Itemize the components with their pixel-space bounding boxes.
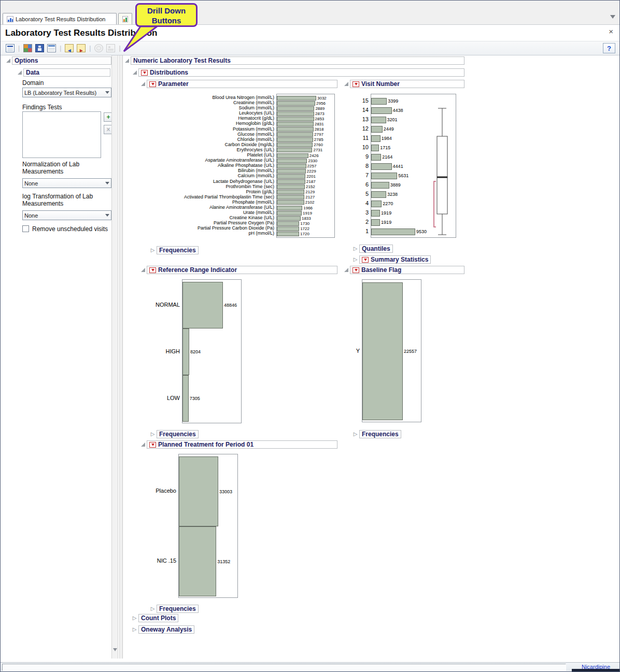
remove-visits-checkbox[interactable] [22, 225, 29, 232]
panel-splitter[interactable] [119, 55, 123, 659]
disclosure-triangle[interactable]: ▷ [149, 432, 156, 437]
red-triangle-menu[interactable] [362, 257, 369, 263]
outline-reference-range-indicator: Reference Range Indicator [139, 266, 337, 274]
histogram-bar[interactable] [371, 163, 392, 170]
histogram-bar[interactable] [277, 153, 308, 158]
histogram-bar[interactable] [277, 164, 306, 168]
disclosure-triangle[interactable] [139, 82, 146, 86]
histogram-bar[interactable] [277, 148, 312, 152]
histogram-bar[interactable] [179, 456, 218, 526]
histogram-bar[interactable] [371, 182, 389, 189]
histogram-bar[interactable] [277, 211, 302, 216]
histogram-bar[interactable] [277, 221, 299, 226]
disclosure-triangle[interactable]: ▷ [149, 606, 156, 611]
red-triangle-menu[interactable] [141, 70, 148, 76]
histogram-bar[interactable] [371, 228, 415, 235]
histogram-bar[interactable] [277, 169, 306, 174]
new-report-icon[interactable] [6, 44, 15, 52]
red-triangle-menu[interactable] [353, 81, 359, 87]
histogram-bar[interactable] [277, 200, 304, 205]
histogram-bar[interactable] [371, 117, 386, 123]
save-icon[interactable] [35, 44, 44, 52]
disclosure-triangle[interactable]: ▷ [352, 246, 359, 251]
histogram-bar[interactable] [277, 232, 299, 236]
histogram-bar[interactable] [182, 282, 223, 328]
histogram-bar[interactable] [277, 226, 299, 231]
disclosure-triangle[interactable]: ▷ [352, 432, 359, 437]
chart-frame: 4884682047305 [182, 279, 242, 423]
count-label: 2818 [315, 127, 324, 132]
histogram-bar[interactable] [277, 216, 301, 221]
histogram-bar[interactable] [277, 111, 314, 116]
next-report-icon[interactable] [77, 44, 86, 52]
tab-lab-results-distribution[interactable]: Laboratory Test Results Distribution [3, 13, 117, 24]
disclosure-triangle[interactable]: ▷ [131, 627, 138, 632]
disclosure-triangle[interactable]: ▷ [149, 248, 156, 253]
histogram-bar[interactable] [277, 122, 314, 126]
log-transformation-value: None [24, 212, 104, 219]
histogram-bar[interactable] [277, 159, 307, 163]
histogram-bar[interactable] [371, 191, 386, 198]
disclosure-triangle[interactable] [343, 82, 349, 86]
histogram-bar[interactable] [277, 106, 314, 111]
histogram-bar[interactable] [182, 375, 189, 422]
window-list-icon[interactable] [610, 15, 615, 19]
disclosure-triangle[interactable] [131, 70, 138, 75]
histogram-bar[interactable] [277, 142, 313, 147]
histogram-bar[interactable] [371, 154, 381, 161]
close-icon[interactable]: × [609, 27, 613, 36]
domain-select[interactable]: LB (Laboratory Test Results) [22, 88, 111, 97]
outline-strip: Frequencies [157, 246, 199, 254]
category-label: HIGH [151, 328, 182, 375]
disclosure-triangle[interactable] [123, 59, 130, 63]
disclosure-triangle[interactable] [5, 59, 11, 63]
red-triangle-menu[interactable] [149, 442, 156, 448]
tab-graph-builder[interactable] [118, 13, 132, 24]
findings-tests-listbox[interactable] [22, 111, 101, 158]
red-triangle-menu[interactable] [353, 267, 359, 273]
scroll-down-icon[interactable] [113, 648, 117, 651]
histogram-bar[interactable] [277, 137, 313, 142]
histogram-bar[interactable] [371, 201, 382, 207]
data-table-icon[interactable] [47, 44, 56, 52]
histogram-bar[interactable] [371, 126, 383, 133]
red-triangle-menu[interactable] [149, 267, 156, 273]
histogram-bar[interactable] [371, 98, 387, 105]
log-transformation-select[interactable]: None [22, 210, 111, 220]
previous-report-icon[interactable] [65, 44, 74, 52]
sidebar-scrollbar[interactable] [111, 55, 118, 659]
histogram-bar[interactable] [277, 179, 305, 184]
histogram-bar[interactable] [277, 132, 313, 137]
histogram-bar[interactable] [277, 117, 314, 121]
histogram-bar[interactable] [362, 282, 403, 420]
histogram-bar[interactable] [371, 173, 397, 179]
category-label: 11 [357, 133, 371, 142]
help-button[interactable]: ? [603, 43, 615, 53]
disclosure-triangle[interactable]: ▷ [352, 257, 359, 262]
histogram-bar[interactable] [277, 184, 305, 189]
disclosure-triangle[interactable] [139, 442, 146, 447]
disclosure-triangle[interactable] [16, 70, 23, 75]
histogram-bar[interactable] [277, 127, 314, 132]
histogram-bar[interactable] [277, 101, 315, 106]
journal-icon[interactable] [23, 44, 32, 52]
histogram-bar[interactable] [371, 107, 392, 114]
histogram-bar[interactable] [277, 195, 304, 199]
red-triangle-menu[interactable] [149, 81, 156, 87]
histogram-bar[interactable] [371, 135, 381, 142]
histogram-bar[interactable] [371, 210, 380, 217]
count-label: 4438 [393, 108, 403, 113]
disclosure-triangle[interactable]: ▷ [131, 616, 138, 621]
histogram-bar[interactable] [371, 219, 380, 226]
histogram-bar[interactable] [277, 174, 305, 179]
histogram-bar[interactable] [179, 526, 216, 596]
disclosure-triangle[interactable] [139, 268, 146, 272]
histogram-bar[interactable] [277, 190, 304, 194]
outline-count-plots: ▷ Count Plots [131, 614, 178, 622]
histogram-bar[interactable] [182, 328, 189, 375]
histogram-bar[interactable] [371, 145, 379, 151]
disclosure-triangle[interactable] [343, 268, 349, 272]
histogram-bar[interactable] [277, 206, 302, 210]
histogram-bar[interactable] [277, 96, 316, 101]
normalization-select[interactable]: None [22, 178, 111, 188]
